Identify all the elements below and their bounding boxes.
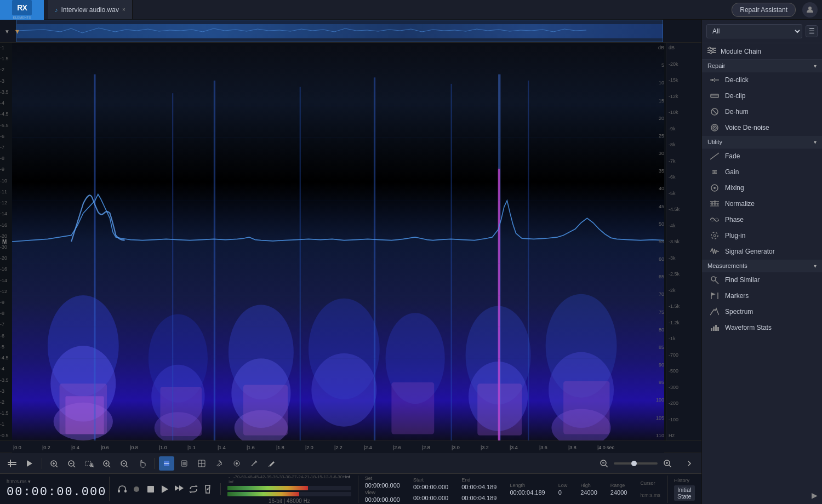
module-item-signal-generator[interactable]: Signal Generator <box>702 244 822 260</box>
meter-bar-right <box>227 492 351 496</box>
gain-icon <box>710 167 720 177</box>
zoom-out-horizontal-btn[interactable] <box>64 456 79 471</box>
metronome-btn[interactable] <box>202 483 214 495</box>
svg-text:|1.1: |1.1 <box>187 445 196 450</box>
module-filter-select[interactable]: All Repair Utility Measurements <box>706 24 802 38</box>
brush-tool-btn[interactable] <box>264 456 279 471</box>
svg-point-127 <box>711 79 713 81</box>
svg-rect-29 <box>214 81 215 440</box>
magic-wand-btn[interactable] <box>212 456 227 471</box>
waveform-stats-icon <box>710 323 720 333</box>
svg-point-101 <box>236 462 238 465</box>
tab-close-btn[interactable]: × <box>122 7 125 13</box>
settings-tool-btn[interactable] <box>229 456 244 471</box>
history-item-initial[interactable]: Initial State <box>674 485 695 501</box>
module-item-declick[interactable]: De-click <box>702 72 822 88</box>
svg-rect-70 <box>10 460 11 467</box>
view-label: View <box>365 490 400 495</box>
normalize-icon <box>710 199 720 209</box>
meter-labels: -Inf-70-60-48 -45-42-39-36-33 -30-27-24-… <box>227 474 351 484</box>
view-value: 00:00:00.000 <box>365 496 400 503</box>
low-label: Low <box>558 483 568 488</box>
utility-section-header[interactable]: Utility ▾ <box>702 136 822 148</box>
low-stat: Low 0 <box>558 483 568 496</box>
module-item-phase[interactable]: Phase <box>702 212 822 228</box>
module-item-find-similar[interactable]: Find Similar <box>702 272 822 288</box>
module-item-markers[interactable]: Markers <box>702 288 822 304</box>
module-item-declip[interactable]: De-clip <box>702 88 822 104</box>
time-format-label[interactable]: h:m:s.ms ▾ <box>7 479 102 484</box>
overview-bar[interactable]: ▼ ▾ <box>0 20 701 43</box>
module-item-mixing[interactable]: Mixing <box>702 180 822 196</box>
zoom-thumb <box>631 461 637 466</box>
module-item-normalize[interactable]: Normalize <box>702 196 822 212</box>
zoom-out-btn[interactable] <box>117 456 132 471</box>
file-tab[interactable]: ♪ Interview audio.wav × <box>48 0 133 19</box>
module-item-plugin[interactable]: Plug-in <box>702 228 822 244</box>
svg-point-125 <box>712 49 714 51</box>
expand-right-btn[interactable] <box>682 456 697 471</box>
length-value: 00:00:04.189 <box>510 489 545 496</box>
svg-rect-27 <box>94 75 95 440</box>
svg-marker-115 <box>162 485 168 493</box>
logo-text: RX <box>17 3 26 12</box>
time-freq-selection-btn[interactable] <box>194 456 209 471</box>
svg-line-89 <box>126 466 128 467</box>
expand-panel-btn[interactable]: ▶ <box>812 491 818 500</box>
waveform-stats-label: Waveform Stats <box>725 324 772 331</box>
svg-line-103 <box>255 461 257 462</box>
module-item-spectrum[interactable]: Spectrum <box>702 304 822 320</box>
record-btn[interactable] <box>130 483 142 495</box>
signal-generator-icon <box>710 247 720 256</box>
zoom-in-btn[interactable] <box>99 456 115 471</box>
loop-btn[interactable] <box>187 483 199 495</box>
time-selection-btn[interactable] <box>159 456 174 471</box>
playback-btn[interactable] <box>22 456 37 471</box>
zoom-slider[interactable] <box>614 462 658 465</box>
range-label: Range <box>610 483 627 488</box>
time-display-section: h:m:s.ms ▾ 00:00:00.000 <box>0 477 110 501</box>
stop-btn[interactable] <box>145 483 157 495</box>
voice-denoise-label: Voice De-noise <box>725 124 769 131</box>
svg-text:|3.4: |3.4 <box>510 445 518 450</box>
logo-sub: ELEMENTS <box>13 16 31 19</box>
right-panel: All Repair Utility Measurements ☰ Module… <box>701 20 822 504</box>
zoom-selection-btn[interactable] <box>82 456 97 471</box>
user-icon[interactable] <box>802 2 818 18</box>
measurements-section-header[interactable]: Measurements ▾ <box>702 260 822 272</box>
zoom-in-horizontal-btn[interactable] <box>47 456 62 471</box>
tool-levels-btn[interactable] <box>4 456 20 471</box>
module-chain-row[interactable]: Module Chain <box>702 43 822 60</box>
top-bar: RX ELEMENTS ♪ Interview audio.wav × Repa… <box>0 0 822 20</box>
module-item-dehum[interactable]: De-hum <box>702 104 822 120</box>
hand-tool-btn[interactable] <box>134 456 150 471</box>
repair-section-header[interactable]: Repair ▾ <box>702 60 822 72</box>
module-item-gain[interactable]: Gain <box>702 164 822 180</box>
svg-point-13 <box>311 353 376 427</box>
svg-marker-158 <box>711 293 716 296</box>
spectrogram-display <box>12 43 664 440</box>
zoom-minus-btn[interactable] <box>596 456 612 471</box>
signal-generator-label: Signal Generator <box>725 248 775 255</box>
pencil-tool-btn[interactable] <box>247 456 262 471</box>
module-item-voice-denoise[interactable]: Voice De-noise <box>702 120 822 136</box>
svg-text:|2.6: |2.6 <box>393 445 401 450</box>
play-btn[interactable] <box>159 483 171 495</box>
utility-section-label: Utility <box>707 139 722 145</box>
svg-rect-68 <box>8 462 16 463</box>
meter-track-right <box>227 492 351 496</box>
svg-line-73 <box>56 466 58 467</box>
zoom-plus-btn[interactable] <box>660 456 675 471</box>
play-loop-btn[interactable] <box>173 483 185 495</box>
panel-menu-btn[interactable]: ☰ <box>806 25 818 37</box>
module-item-waveform-stats[interactable]: Waveform Stats <box>702 320 822 336</box>
spectrogram-container[interactable]: M <box>0 43 701 440</box>
set-stat: Set 00:00:00.000 View 00:00:00.000 <box>365 476 400 503</box>
freq-selection-btn[interactable] <box>176 456 192 471</box>
repair-assistant-button[interactable]: Repair Assistant <box>732 3 796 17</box>
headphones-btn[interactable] <box>116 483 128 495</box>
db-scale-right: dB5101520 2530354045 5055606570 75808590… <box>648 43 664 440</box>
module-chain-label: Module Chain <box>721 48 761 55</box>
svg-text:|4.0: |4.0 <box>597 445 606 450</box>
module-item-fade[interactable]: Fade <box>702 148 822 164</box>
